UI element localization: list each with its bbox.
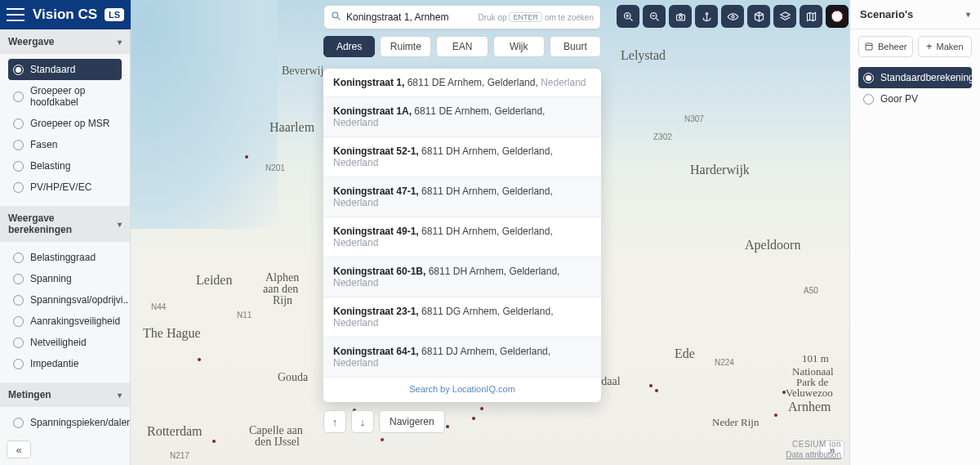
- map-attribution: CESIUM ion Data attribution: [786, 439, 841, 460]
- map-icon-button[interactable]: [800, 5, 822, 28]
- zoom-in-button[interactable]: [617, 5, 639, 28]
- radio-icon: [13, 359, 24, 369]
- radio-icon: [13, 161, 24, 172]
- map-place-label: Harderwijk: [690, 163, 750, 177]
- navigate-button[interactable]: Navigeren: [379, 410, 445, 433]
- map-place-label: Arnhem: [788, 400, 831, 414]
- group-header[interactable]: Metingen▾: [0, 382, 130, 407]
- search-result[interactable]: Koningstraat 60-1B, 6811 DH Arnhem, Geld…: [323, 257, 601, 297]
- option-label: Aanrakingsveiligheid: [30, 315, 120, 327]
- map-point: [782, 391, 786, 394]
- view-option[interactable]: Spanning: [8, 268, 122, 289]
- water-overlay: [131, 0, 278, 229]
- option-label: Belasting: [30, 160, 70, 172]
- scenarios-header[interactable]: Scenario's ▾: [850, 0, 980, 29]
- anchor-button[interactable]: [695, 5, 718, 28]
- nav-up-button[interactable]: ↑: [323, 410, 346, 433]
- view-option[interactable]: PV/HP/EV/EC: [8, 177, 122, 198]
- search-result[interactable]: Koningstraat 23-1, 6811 DG Arnhem, Gelde…: [323, 297, 601, 338]
- manage-button[interactable]: Beheer: [858, 36, 913, 57]
- search-tab[interactable]: Ruimte: [380, 36, 431, 57]
- map-place-label: Lelystad: [621, 49, 666, 63]
- radio-icon: [13, 295, 24, 306]
- radio-icon: [13, 182, 24, 193]
- view-option[interactable]: Belasting: [8, 155, 122, 177]
- map-place-label: 101 m: [802, 353, 829, 364]
- search-icon: [331, 11, 341, 24]
- cube-button[interactable]: [747, 5, 770, 28]
- map-place-label: Ede: [675, 347, 695, 361]
- map-road-label: N201: [265, 163, 285, 172]
- view-option[interactable]: Spanningsval/opdrijvi..: [8, 289, 122, 311]
- map-place-label: Leiden: [196, 274, 232, 288]
- option-label: Standaardberekening: [880, 72, 974, 83]
- view-option[interactable]: Impedantie: [8, 353, 122, 374]
- search-bar: Druk op ENTER om te zoeken: [323, 5, 601, 29]
- search-attribution[interactable]: Search by LocationIQ.com: [323, 378, 601, 402]
- option-label: Netveiligheid: [30, 337, 87, 348]
- mode-badge[interactable]: LS: [105, 8, 124, 21]
- search-tab[interactable]: Adres: [323, 36, 375, 57]
- group-header[interactable]: Weergave▾: [0, 29, 130, 54]
- search-result[interactable]: Koningstraat 64-1, 6811 DJ Arnhem, Gelde…: [323, 338, 601, 378]
- search-result[interactable]: Koningstraat 1A, 6811 DE Arnhem, Gelderl…: [323, 97, 601, 137]
- menu-icon[interactable]: [7, 8, 24, 21]
- search-tab[interactable]: Buurt: [550, 36, 601, 57]
- option-label: PV/HP/EV/EC: [30, 181, 91, 193]
- view-option[interactable]: Netveiligheid: [8, 332, 122, 353]
- radio-icon: [13, 418, 24, 428]
- search-hint: Druk op ENTER om te zoeken: [478, 12, 594, 22]
- scenario-option[interactable]: Standaardberekening: [858, 67, 972, 88]
- svg-point-8: [679, 16, 682, 19]
- search-result[interactable]: Koningstraat 49-1, 6811 DH Arnhem, Gelde…: [323, 217, 601, 257]
- navigate-row: ↑ ↓ Navigeren: [323, 410, 601, 433]
- svg-point-11: [731, 15, 733, 17]
- svg-line-5: [656, 18, 658, 20]
- view-option[interactable]: Fasen: [8, 134, 122, 155]
- chevron-down-icon: ▾: [118, 38, 122, 47]
- option-label: Spanning: [30, 273, 72, 284]
- compass-button[interactable]: [826, 5, 849, 28]
- map-place-label: Gouda: [278, 372, 308, 384]
- create-button[interactable]: + Maken: [918, 36, 973, 57]
- search-tab[interactable]: Wijk: [493, 36, 545, 57]
- view-option[interactable]: Standaard: [8, 59, 122, 80]
- view-option[interactable]: Groepeer op MSR: [8, 113, 122, 134]
- map-place-label: Haarlem: [270, 121, 314, 135]
- radio-icon: [13, 274, 24, 284]
- collapse-left-button[interactable]: «: [7, 440, 31, 458]
- group-header[interactable]: Weergave berekeningen▾: [0, 206, 130, 242]
- search-input[interactable]: [346, 11, 478, 23]
- search-panel: Druk op ENTER om te zoeken AdresRuimteEA…: [323, 5, 601, 433]
- option-label: Spanningspieken/dalen: [30, 417, 131, 428]
- map-point: [774, 414, 777, 417]
- search-tabs: AdresRuimteEANWijkBuurt: [323, 36, 601, 57]
- camera-button[interactable]: [669, 5, 692, 28]
- svg-line-1: [630, 18, 632, 20]
- view-option[interactable]: Groepeer op hoofdkabel: [8, 80, 122, 113]
- search-tab[interactable]: EAN: [436, 36, 488, 57]
- map-point: [381, 438, 384, 441]
- map-place-label: Apeldoorn: [745, 239, 800, 253]
- zoom-out-button[interactable]: [643, 5, 666, 28]
- left-sidebar: Weergave▾StandaardGroepeer op hoofdkabel…: [0, 29, 131, 465]
- nav-down-button[interactable]: ↓: [351, 410, 374, 433]
- search-result[interactable]: Koningstraat 52-1, 6811 DH Arnhem, Gelde…: [323, 137, 601, 177]
- chevron-down-icon: ▾: [118, 391, 122, 400]
- option-label: Groepeer op MSR: [30, 118, 109, 129]
- map-road-label: N307: [684, 114, 704, 123]
- layers-button[interactable]: [773, 5, 796, 28]
- eye-button[interactable]: [721, 5, 744, 28]
- radio-icon: [863, 73, 874, 83]
- search-result[interactable]: Koningstraat 1, 6811 DE Arnhem, Gelderla…: [323, 69, 601, 97]
- map-road-label: A50: [804, 286, 818, 295]
- view-option[interactable]: Aanrakingsveiligheid: [8, 311, 122, 332]
- search-result[interactable]: Koningstraat 47-1, 6811 DH Arnhem, Gelde…: [323, 177, 601, 217]
- view-option[interactable]: Belastinggraad: [8, 247, 122, 268]
- radio-icon: [13, 65, 24, 75]
- map-place-label: Rotterdam: [147, 425, 203, 439]
- view-option[interactable]: Spanningspieken/dalen: [8, 412, 122, 433]
- map-toolbar: [617, 5, 849, 28]
- scenario-option[interactable]: Goor PV: [858, 88, 972, 110]
- chevron-down-icon: ▾: [118, 220, 122, 229]
